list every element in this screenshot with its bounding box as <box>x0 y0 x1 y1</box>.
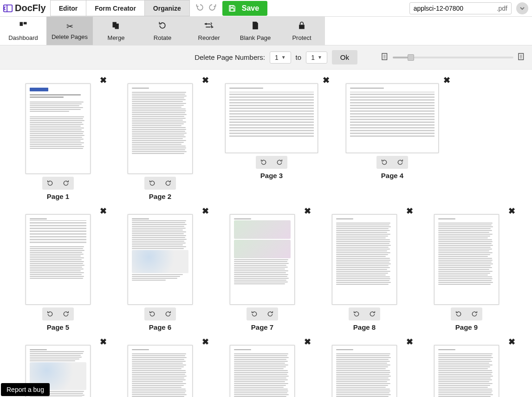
ok-button[interactable]: Ok <box>332 50 357 64</box>
chevron-down-icon: ▼ <box>281 55 286 60</box>
tool-protect[interactable]: Protect <box>279 17 325 45</box>
user-menu[interactable] <box>516 2 528 14</box>
tool-dashboard-label: Dashboard <box>8 34 38 41</box>
rotate-left-button[interactable] <box>247 307 262 320</box>
rotate-left-button[interactable] <box>256 156 272 169</box>
delete-page-icon[interactable]: ✖ <box>202 75 209 85</box>
delete-range-bar: Delete Page Numbers: 1 ▼ to 1 ▼ Ok <box>0 45 532 70</box>
page-thumbnail[interactable] <box>332 345 397 397</box>
logo-icon <box>3 3 13 13</box>
rotate-right-button[interactable] <box>58 177 74 190</box>
brand-logo[interactable]: DocFly <box>3 3 51 13</box>
tool-dashboard[interactable]: Dashboard <box>0 17 46 45</box>
rotate-left-button[interactable] <box>376 156 392 169</box>
rotate-controls <box>451 307 482 320</box>
tool-protect-label: Protect <box>292 34 311 41</box>
filename-input[interactable] <box>414 5 495 12</box>
chevron-down-icon <box>520 6 525 11</box>
zoom-slider[interactable] <box>393 55 513 60</box>
rotate-right-button[interactable] <box>272 156 287 169</box>
page-cell: ✖Page 8 <box>325 214 404 331</box>
tab-editor[interactable]: Editor <box>50 0 86 16</box>
svg-rect-3 <box>20 22 23 26</box>
tool-delete-pages-label: Delete Pages <box>52 33 88 40</box>
page-thumbnail[interactable] <box>128 214 193 305</box>
undo-icon[interactable] <box>195 3 205 13</box>
page-thumbnail[interactable] <box>346 83 439 153</box>
delete-page-icon[interactable]: ✖ <box>304 206 311 216</box>
delete-page-icon[interactable]: ✖ <box>202 337 209 347</box>
delete-page-icon[interactable]: ✖ <box>406 206 413 216</box>
from-page-value: 1 <box>275 54 279 61</box>
svg-rect-2 <box>230 8 234 11</box>
rotate-controls <box>144 307 176 320</box>
tab-form-creator[interactable]: Form Creator <box>86 0 145 16</box>
svg-rect-0 <box>4 5 12 12</box>
page-cell: ✖Page 12 <box>223 345 302 397</box>
rotate-controls <box>376 156 408 169</box>
page-cell: ✖Page 3 <box>223 83 320 200</box>
delete-page-icon[interactable]: ✖ <box>508 206 515 216</box>
zoom-out-icon[interactable] <box>381 52 389 62</box>
rotate-left-button[interactable] <box>451 307 467 320</box>
pages-grid-container[interactable]: ✖Page 1✖Page 2✖Page 3✖Page 4✖Page 5✖Page… <box>0 70 532 397</box>
delete-page-icon[interactable]: ✖ <box>100 75 107 85</box>
page-thumbnail[interactable] <box>26 214 91 305</box>
brand-text: DocFly <box>15 3 46 13</box>
chevron-down-icon: ▼ <box>318 55 322 60</box>
save-label: Save <box>242 4 259 13</box>
rotate-left-button[interactable] <box>42 307 58 320</box>
delete-page-icon[interactable]: ✖ <box>508 337 515 347</box>
delete-page-icon[interactable]: ✖ <box>304 337 311 347</box>
to-page-value: 1 <box>311 54 315 61</box>
save-button[interactable]: Save <box>222 1 267 16</box>
rotate-right-button[interactable] <box>467 307 482 320</box>
redo-icon[interactable] <box>208 3 217 13</box>
page-thumbnail[interactable] <box>230 214 295 305</box>
rotate-right-button[interactable] <box>160 307 176 320</box>
tool-reorder-label: Reorder <box>198 34 220 41</box>
rotate-controls <box>349 307 380 320</box>
page-cell: ✖Page 1 <box>19 83 97 200</box>
page-thumbnail[interactable] <box>230 345 295 397</box>
rotate-left-button[interactable] <box>349 307 364 320</box>
rotate-right-button[interactable] <box>262 307 278 320</box>
delete-page-icon[interactable]: ✖ <box>202 206 209 216</box>
tool-rotate[interactable]: Rotate <box>139 17 186 45</box>
rotate-left-button[interactable] <box>42 177 58 190</box>
rotate-right-button[interactable] <box>58 307 74 320</box>
page-thumbnail[interactable] <box>434 214 499 305</box>
tool-delete-pages[interactable]: ✂ Delete Pages <box>46 17 93 45</box>
tool-blank-page[interactable]: Blank Page <box>232 17 279 45</box>
tool-merge[interactable]: Merge <box>93 17 139 45</box>
scissors-icon: ✂ <box>66 21 73 32</box>
page-thumbnail[interactable] <box>332 214 397 305</box>
page-cell: ✖Page 7 <box>223 214 302 331</box>
page-thumbnail[interactable] <box>26 83 91 174</box>
from-page-select[interactable]: 1 ▼ <box>270 51 291 64</box>
svg-rect-4 <box>24 22 27 24</box>
filename-field[interactable]: .pdf <box>409 2 512 14</box>
page-thumbnail[interactable] <box>128 83 193 174</box>
report-bug-button[interactable]: Report a bug <box>1 383 50 396</box>
page-cell: ✖Page 13 <box>325 345 404 397</box>
to-page-select[interactable]: 1 ▼ <box>306 51 327 64</box>
rotate-right-button[interactable] <box>364 307 380 320</box>
page-thumbnail[interactable] <box>128 345 193 397</box>
zoom-in-icon[interactable] <box>517 52 526 62</box>
tab-organize[interactable]: Organize <box>144 0 190 16</box>
page-cell: ✖Page 6 <box>121 214 200 331</box>
delete-page-icon[interactable]: ✖ <box>443 75 450 85</box>
rotate-left-button[interactable] <box>144 177 160 190</box>
delete-page-icon[interactable]: ✖ <box>100 337 107 347</box>
page-thumbnail[interactable] <box>434 345 499 397</box>
tool-reorder[interactable]: Reorder <box>186 17 232 45</box>
page-thumbnail[interactable] <box>225 83 318 153</box>
delete-page-icon[interactable]: ✖ <box>100 206 107 216</box>
rotate-right-button[interactable] <box>160 177 176 190</box>
rotate-left-button[interactable] <box>144 307 160 320</box>
tool-merge-label: Merge <box>108 34 125 41</box>
delete-page-icon[interactable]: ✖ <box>323 75 330 85</box>
rotate-right-button[interactable] <box>392 156 408 169</box>
delete-page-icon[interactable]: ✖ <box>406 337 413 347</box>
